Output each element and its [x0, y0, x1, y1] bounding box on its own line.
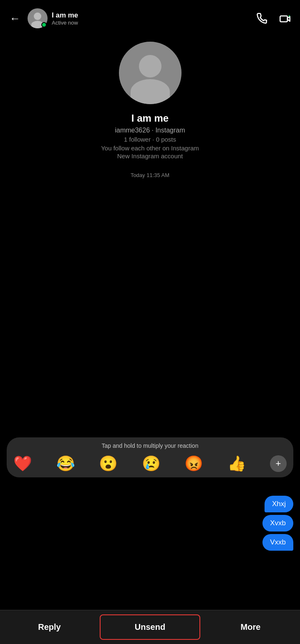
reaction-hint: Tap and hold to multiply your reaction — [13, 442, 287, 449]
reply-label: Reply — [38, 622, 61, 632]
react-thumbsup[interactable]: 👍 — [227, 455, 246, 472]
profile-username: iamme3626 · Instagram — [115, 127, 185, 134]
contact-info[interactable]: I am me Active now — [52, 11, 253, 26]
messages-container: Xhxj Xvxb Vxxb — [262, 496, 293, 551]
reaction-emojis-row: ❤️ 😂 😮 😢 😡 👍 + — [13, 455, 287, 472]
message-timestamp: Today 11:35 AM — [0, 172, 300, 178]
profile-mutual: You follow each other on Instagram — [101, 145, 199, 152]
back-arrow-icon: ← — [10, 12, 20, 25]
more-label: More — [241, 622, 261, 632]
more-button[interactable]: More — [201, 610, 300, 644]
profile-avatar — [119, 42, 182, 104]
reaction-popup: Tap and hold to multiply your reaction ❤… — [7, 437, 293, 477]
profile-name: I am me — [131, 112, 169, 124]
profile-new-account: New Instagram account — [117, 152, 183, 160]
profile-section: I am me iamme3626 · Instagram 1 follower… — [0, 33, 300, 164]
chat-header: ← I am me Active now — [0, 0, 300, 33]
profile-stats: 1 follower · 0 posts — [124, 136, 176, 143]
react-more-button[interactable]: + — [270, 455, 287, 472]
message-text-3: Vxxb — [270, 538, 286, 546]
unsend-label: Unsend — [135, 622, 165, 632]
video-call-button[interactable] — [277, 10, 293, 27]
call-button[interactable] — [253, 10, 270, 27]
header-actions — [253, 10, 293, 27]
message-bubble-1: Xhxj — [265, 496, 293, 512]
react-cry[interactable]: 😢 — [142, 455, 161, 472]
react-laugh[interactable]: 😂 — [56, 455, 75, 472]
contact-status: Active now — [52, 20, 253, 26]
message-bubble-3: Vxxb — [262, 534, 293, 551]
react-angry[interactable]: 😡 — [184, 455, 203, 472]
react-wow[interactable]: 😮 — [99, 455, 118, 472]
reply-button[interactable]: Reply — [0, 610, 99, 644]
svg-rect-0 — [280, 16, 287, 22]
contact-avatar — [28, 8, 48, 28]
svg-point-1 — [289, 15, 290, 17]
message-text-2: Xvxb — [270, 519, 286, 527]
react-heart[interactable]: ❤️ — [13, 455, 32, 472]
message-bubble-2: Xvxb — [262, 515, 293, 532]
online-indicator — [41, 22, 47, 27]
contact-name: I am me — [52, 11, 253, 20]
back-button[interactable]: ← — [7, 10, 23, 27]
unsend-button[interactable]: Unsend — [100, 614, 200, 640]
message-text-1: Xhxj — [272, 500, 286, 508]
bottom-action-bar: Reply Unsend More — [0, 610, 300, 644]
